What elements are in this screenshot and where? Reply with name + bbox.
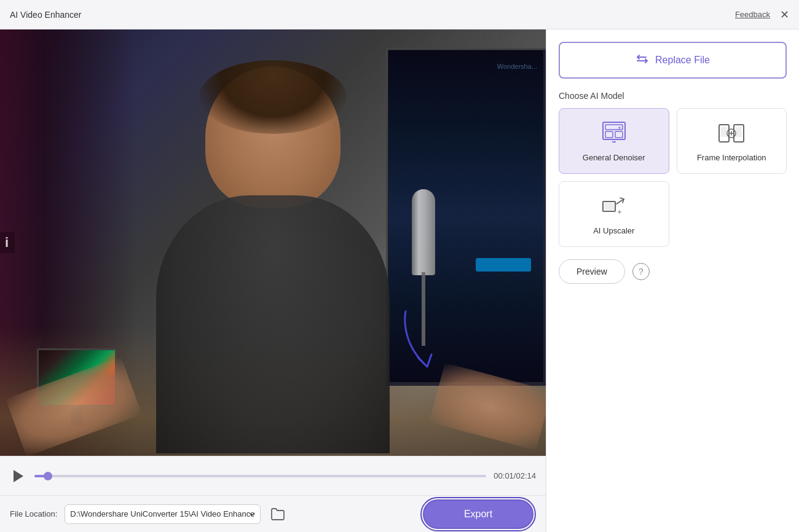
preview-section: Preview ?	[559, 259, 787, 284]
model-card-frame-interpolation[interactable]: Frame Interpolation	[677, 108, 787, 174]
help-icon[interactable]: ?	[632, 263, 650, 280]
replace-file-button[interactable]: Replace File	[559, 42, 787, 79]
person-hair	[199, 60, 347, 134]
main-content: Wondersha... i	[0, 29, 799, 532]
svg-rect-10	[604, 203, 614, 210]
video-panel: Wondersha... i	[0, 29, 546, 532]
screen-button	[476, 258, 531, 272]
folder-icon	[270, 507, 285, 521]
time-display: 00:01/02:14	[494, 471, 536, 480]
model-grid: General Denoiser	[559, 108, 787, 247]
play-icon	[14, 470, 23, 482]
close-button[interactable]: ✕	[780, 9, 789, 20]
general-denoiser-icon	[599, 119, 629, 148]
svg-rect-5	[721, 127, 727, 137]
progress-thumb[interactable]	[44, 472, 52, 480]
replace-file-label: Replace File	[655, 55, 710, 66]
frame-interpolation-icon	[717, 119, 746, 148]
progress-bar[interactable]	[34, 475, 486, 477]
frame-interpolation-label: Frame Interpolation	[697, 153, 766, 163]
file-location-select[interactable]: D:\Wondershare UniConverter 15\AI Video …	[65, 504, 261, 524]
ai-model-label: Choose AI Model	[559, 91, 787, 101]
replace-icon	[636, 52, 649, 69]
preview-button[interactable]: Preview	[559, 259, 625, 284]
person-body	[156, 195, 390, 453]
svg-rect-2	[605, 131, 613, 138]
video-controls: 00:01/02:14	[0, 456, 546, 495]
svg-rect-7	[736, 127, 742, 137]
overlay-text: i	[0, 232, 15, 253]
title-bar-actions: Feedback ✕	[735, 9, 789, 20]
bottom-bar: File Location: D:\Wondershare UniConvert…	[0, 495, 546, 532]
folder-button[interactable]	[268, 504, 288, 524]
video-area: Wondersha... i	[0, 29, 546, 456]
general-denoiser-label: General Denoiser	[583, 153, 645, 163]
model-card-general-denoiser[interactable]: General Denoiser	[559, 108, 669, 174]
export-button[interactable]: Export	[423, 499, 533, 529]
watermark: Wondersha...	[497, 63, 537, 70]
microphone-head	[412, 189, 435, 275]
svg-rect-3	[615, 131, 623, 138]
app-title: AI Video Enhancer	[10, 10, 82, 20]
ai-model-section: Choose AI Model	[559, 91, 787, 247]
play-button[interactable]	[10, 467, 27, 485]
ai-upscaler-label: AI Upscaler	[593, 226, 634, 237]
ai-upscaler-icon	[599, 192, 629, 221]
export-button-wrapper: Export	[420, 497, 536, 531]
file-location-label: File Location:	[10, 509, 57, 518]
title-bar: AI Video Enhancer Feedback ✕	[0, 0, 799, 29]
microphone-stand	[422, 272, 425, 346]
feedback-link[interactable]: Feedback	[735, 10, 770, 19]
model-card-ai-upscaler[interactable]: AI Upscaler	[559, 181, 669, 247]
controls-panel: Replace File Choose AI Model	[546, 29, 799, 532]
video-placeholder: Wondersha... i	[0, 29, 546, 456]
